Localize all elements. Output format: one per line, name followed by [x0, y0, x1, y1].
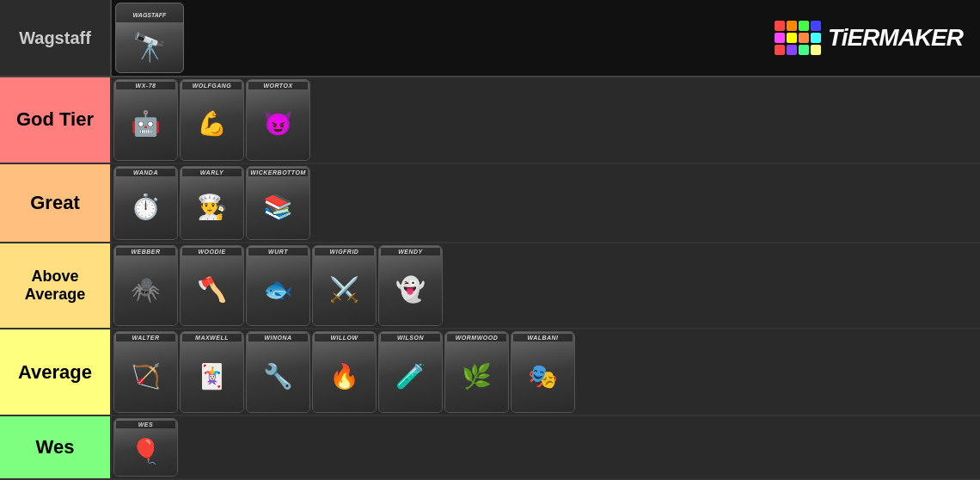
- logo-dot-8: [811, 33, 821, 43]
- char-card-winona[interactable]: Winona 🔧: [246, 331, 310, 413]
- tier-label-great: Great: [0, 164, 112, 242]
- tier-label-wes: Wes: [0, 416, 112, 478]
- char-silhouette-wormwood: 🌿: [447, 342, 506, 410]
- logo-grid: [775, 21, 821, 55]
- char-silhouette-webber: 🕷️: [116, 255, 175, 324]
- char-name-walter: Walter: [116, 334, 175, 342]
- char-silhouette-wortox: 😈: [248, 89, 308, 158]
- char-card-wortox[interactable]: Wortox 😈: [246, 79, 310, 161]
- char-silhouette-maxwell: 🃏: [182, 342, 242, 410]
- char-silhouette-wilson: 🧪: [381, 342, 440, 410]
- char-name-wes: Wes: [116, 421, 175, 428]
- char-silhouette-wickerbottom: 📚: [248, 176, 308, 237]
- char-name-warly: Warly: [182, 169, 242, 176]
- logo-dot-11: [799, 45, 809, 55]
- tier-table: Wagstaff WAGSTAFF 🔭: [0, 0, 980, 480]
- char-card-willow[interactable]: Willow 🔥: [312, 331, 377, 413]
- tier-label-average: Average: [0, 329, 112, 415]
- char-name-wigfrid: Wigfrid: [315, 248, 374, 255]
- wagstaff-silhouette: 🔭: [132, 22, 167, 72]
- tier-row-great: Great Wanda ⏱️ Warly 👨‍🍳 Wickerbottom 📚: [0, 164, 980, 243]
- char-silhouette-woodie: 🪓: [182, 255, 242, 324]
- char-name-webber: Webber: [116, 248, 175, 255]
- char-silhouette-wes: 🎈: [116, 428, 175, 474]
- char-card-wes[interactable]: Wes 🎈: [113, 418, 178, 477]
- wagstaff-card: WAGSTAFF 🔭: [115, 3, 184, 73]
- char-card-wolfgang[interactable]: Wolfgang 💪: [180, 79, 244, 161]
- char-silhouette-wanda: ⏱️: [116, 176, 175, 237]
- logo-dot-7: [799, 33, 809, 43]
- char-name-maxwell: Maxwell: [182, 334, 242, 342]
- tier-items-above: Webber 🕷️ Woodie 🪓 Wurt 🐟 Wigfrid: [112, 243, 980, 329]
- char-silhouette-wurt: 🐟: [248, 255, 308, 324]
- char-card-wx78[interactable]: WX-78 🤖: [113, 79, 178, 161]
- char-silhouette-wolfgang: 💪: [182, 89, 242, 158]
- char-card-wurt[interactable]: Wurt 🐟: [246, 245, 310, 327]
- wagstaff-name-banner: WAGSTAFF: [133, 12, 167, 18]
- char-silhouette-wigfrid: ⚔️: [315, 255, 374, 324]
- char-card-wanda[interactable]: Wanda ⏱️: [113, 166, 178, 240]
- char-card-wigfrid[interactable]: Wigfrid ⚔️: [312, 245, 377, 327]
- char-name-walbani: Walbani: [513, 334, 573, 342]
- char-card-walbani[interactable]: Walbani 🎭: [511, 331, 575, 413]
- char-name-willow: Willow: [315, 334, 374, 342]
- tier-items-average: Walter 🏹 Maxwell 🃏 Winona 🔧 Willow: [112, 329, 980, 415]
- logo-dot-9: [775, 45, 785, 55]
- char-card-maxwell[interactable]: Maxwell 🃏: [180, 331, 244, 413]
- char-card-wormwood[interactable]: Wormwood 🌿: [444, 331, 509, 413]
- char-name-wendy: Wendy: [381, 248, 440, 255]
- char-silhouette-warly: 👨‍🍳: [182, 176, 242, 237]
- logo-dot-1: [775, 21, 785, 31]
- char-silhouette-walbani: 🎭: [513, 342, 573, 410]
- tier-row-above: Above Average Webber 🕷️ Woodie 🪓 Wurt 🐟: [0, 243, 980, 330]
- logo-dot-2: [787, 21, 797, 31]
- char-card-webber[interactable]: Webber 🕷️: [113, 245, 178, 327]
- char-card-wendy[interactable]: Wendy 👻: [378, 245, 443, 327]
- char-silhouette-willow: 🔥: [315, 342, 374, 410]
- tier-row-wes: Wes Wes 🎈: [0, 416, 980, 480]
- char-card-woodie[interactable]: Woodie 🪓: [180, 245, 244, 327]
- tier-row-average: Average Walter 🏹 Maxwell 🃏 Winona 🔧: [0, 329, 980, 416]
- char-name-wanda: Wanda: [116, 169, 175, 176]
- tier-label-above: Above Average: [0, 243, 112, 329]
- char-card-walter[interactable]: Walter 🏹: [113, 331, 178, 413]
- char-name-wurt: Wurt: [248, 248, 308, 255]
- tier-row-god: God Tier WX-78 🤖 Wolfgang 💪 Wortox 😈: [0, 77, 980, 164]
- header-row: Wagstaff WAGSTAFF 🔭: [0, 0, 980, 77]
- logo-dot-10: [787, 45, 797, 55]
- tier-items-god: WX-78 🤖 Wolfgang 💪 Wortox 😈: [112, 77, 980, 163]
- wagstaff-label-cell: Wagstaff: [0, 0, 112, 76]
- char-name-wortox: Wortox: [248, 82, 308, 89]
- logo-dot-3: [799, 21, 809, 31]
- char-name-wx78: WX-78: [116, 82, 175, 89]
- tier-items-great: Wanda ⏱️ Warly 👨‍🍳 Wickerbottom 📚: [112, 164, 980, 242]
- char-name-wolfgang: Wolfgang: [182, 82, 242, 89]
- tier-items-wes: Wes 🎈: [112, 416, 980, 478]
- char-name-wormwood: Wormwood: [447, 334, 506, 342]
- char-card-warly[interactable]: Warly 👨‍🍳: [180, 166, 244, 240]
- tier-label-god: God Tier: [0, 77, 112, 163]
- wagstaff-label: Wagstaff: [19, 28, 91, 48]
- char-silhouette-walter: 🏹: [116, 342, 175, 410]
- logo-dot-4: [811, 21, 821, 31]
- char-silhouette-winona: 🔧: [248, 342, 308, 410]
- char-name-wickerbottom: Wickerbottom: [248, 169, 308, 176]
- char-name-wilson: Wilson: [381, 334, 440, 342]
- char-card-wilson[interactable]: Wilson 🧪: [378, 331, 443, 413]
- char-card-wickerbottom[interactable]: Wickerbottom 📚: [246, 166, 310, 240]
- char-silhouette-wx78: 🤖: [116, 89, 175, 158]
- logo-dot-5: [775, 33, 785, 43]
- char-name-winona: Winona: [248, 334, 308, 342]
- char-name-woodie: Woodie: [182, 248, 242, 255]
- tiermaker-logo: TiERMAKER: [775, 21, 963, 55]
- logo-text: TiERMAKER: [828, 24, 963, 52]
- logo-dot-6: [787, 33, 797, 43]
- logo-dot-12: [811, 45, 821, 55]
- char-silhouette-wendy: 👻: [381, 255, 440, 324]
